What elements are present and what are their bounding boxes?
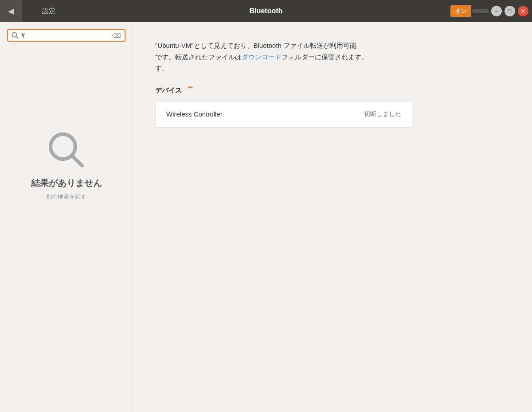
no-results-search-icon: [47, 130, 86, 170]
minimize-button[interactable]: −: [491, 6, 502, 16]
content-area: "Ubuntu-VM"として見えており、Bluetooth ファイル転送が利用可…: [133, 22, 532, 412]
description-part3: フォルダーに保管されます。: [282, 53, 368, 61]
page-title: Bluetooth: [250, 7, 283, 15]
device-list: Wireless Controller 切断しました: [155, 101, 412, 128]
search-clear-icon[interactable]: ⌫: [112, 32, 121, 39]
window-controls: オン − □ ✕: [450, 5, 532, 17]
close-button[interactable]: ✕: [518, 6, 528, 16]
svg-line-3: [72, 155, 82, 166]
description-part1: "Ubuntu-VM"として見えており、Bluetooth ファイル転送が利用可…: [155, 42, 356, 49]
search-icon: [12, 32, 19, 39]
device-status: 切断しました: [364, 110, 401, 118]
bluetooth-toggle-off[interactable]: [473, 9, 489, 13]
sidebar: ⌫ 結果がありません 別の検索を試す: [0, 22, 133, 412]
loading-spinner: [186, 86, 194, 94]
description-part4: す。: [155, 64, 168, 72]
device-name: Wireless Controller: [166, 110, 223, 118]
maximize-button[interactable]: □: [505, 6, 515, 16]
no-results-panel: 結果がありません 別の検索を試す: [31, 130, 102, 201]
no-results-subtitle: 別の検索を試す: [46, 193, 86, 201]
svg-line-1: [16, 37, 18, 39]
no-results-title: 結果がありません: [31, 177, 102, 189]
titlebar: ◀ 設定 Bluetooth オン − □ ✕: [0, 0, 532, 22]
search-input[interactable]: [21, 32, 110, 39]
download-link[interactable]: ダウンロード: [242, 53, 282, 61]
settings-title: 設定: [22, 7, 75, 16]
search-box: ⌫: [7, 29, 125, 42]
bluetooth-toggle-on[interactable]: オン: [450, 5, 471, 17]
description-part2: です。転送されたファイルは: [155, 53, 242, 61]
main-layout: ⌫ 結果がありません 別の検索を試す "Ubuntu-VM"として見えており、B…: [0, 22, 532, 412]
table-row[interactable]: Wireless Controller 切断しました: [156, 101, 412, 127]
devices-label: デバイス: [155, 86, 182, 95]
back-button[interactable]: ◀: [0, 0, 22, 22]
description-text: "Ubuntu-VM"として見えており、Bluetooth ファイル転送が利用可…: [155, 40, 412, 74]
devices-header: デバイス: [155, 86, 510, 95]
back-icon: ◀: [8, 6, 14, 16]
